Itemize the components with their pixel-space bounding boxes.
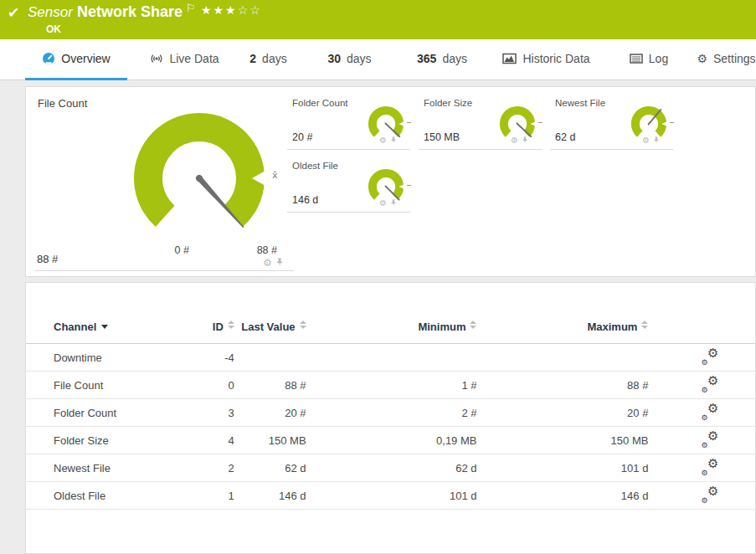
channel-settings-icon[interactable]: ⚙⚙ xyxy=(702,377,718,392)
table-row-file-count: File Count 0 88 # 1 # 88 # ⚙⚙ xyxy=(26,372,755,399)
file-count-gauge xyxy=(128,107,270,249)
channel-gear-icon[interactable]: ⚙ xyxy=(263,258,272,268)
channel-minimum: 62 d xyxy=(306,454,477,482)
table-row-downtime: Downtime -4 ⚙⚙ xyxy=(26,344,755,372)
tab-365-days[interactable]: 365 days xyxy=(400,39,484,78)
mean-tick xyxy=(407,185,411,186)
tab-overview[interactable]: Overview xyxy=(25,39,127,78)
flag-icon[interactable]: ⚐ xyxy=(186,2,196,14)
channel-name[interactable]: Newest File xyxy=(26,454,195,482)
tab-bar: Overview Live Data 2 days 30 days 365 da… xyxy=(0,39,756,80)
pin-icon[interactable] xyxy=(522,136,528,145)
sort-desc-icon xyxy=(101,325,108,329)
gauge-max-label: 88 # xyxy=(231,244,277,256)
channel-settings-icon[interactable]: ⚙⚙ xyxy=(702,487,718,502)
channel-settings-icon[interactable]: ⚙⚙ xyxy=(702,459,718,474)
channel-name[interactable]: Folder Count xyxy=(26,399,195,427)
pin-icon[interactable] xyxy=(390,198,397,208)
channel-minimum xyxy=(306,344,477,372)
channel-gear-icon[interactable]: ⚙ xyxy=(379,199,387,208)
channel-last-value: 146 d xyxy=(234,482,306,510)
channel-id: 1 xyxy=(195,482,234,510)
gauges-panel: File Count x̄ 0 # 88 # 88 # ⚙ xyxy=(25,86,756,277)
channel-last-value: 62 d xyxy=(234,454,306,482)
gauge-title: Newest File xyxy=(555,98,605,108)
gauge-title: Oldest File xyxy=(292,161,338,171)
tab-number: 365 xyxy=(417,52,436,65)
tab-label: Settings xyxy=(713,52,756,65)
gauge-block-oldest-file[interactable]: Oldest File 146 d ⚙ xyxy=(285,150,417,213)
prtg-sensor-page: ✔ Sensor Network Share ⚐ ★★★☆☆ OK Overvi… xyxy=(0,0,756,554)
column-header-last-value[interactable]: Last Value xyxy=(234,321,306,344)
live-data-icon xyxy=(150,52,163,65)
object-kind-label: Sensor xyxy=(28,4,73,21)
gauge-block-folder-count[interactable]: Folder Count 20 # ⚙ xyxy=(285,87,417,150)
priority-stars[interactable]: ★★★☆☆ xyxy=(201,3,262,17)
channel-maximum xyxy=(476,344,648,372)
channel-gear-icon[interactable]: ⚙ xyxy=(642,136,650,145)
channel-last-value: 88 # xyxy=(234,372,306,399)
historic-chart-icon xyxy=(502,52,517,65)
channel-name[interactable]: Downtime xyxy=(26,344,195,372)
column-header-maximum[interactable]: Maximum xyxy=(476,321,648,344)
tab-label: Historic Data xyxy=(522,52,589,65)
gauge-block-file-count[interactable]: File Count x̄ 0 # 88 # 88 # ⚙ xyxy=(26,87,285,273)
table-row-folder-size: Folder Size 4 150 MB 0,19 MB 150 MB ⚙⚙ xyxy=(26,427,755,454)
gauge-current-value: 150 MB xyxy=(424,131,460,143)
column-header-channel[interactable]: Channel xyxy=(26,321,195,344)
tab-live-data[interactable]: Live Data xyxy=(141,39,229,78)
channel-minimum: 101 d xyxy=(306,482,477,510)
channel-id: 4 xyxy=(195,427,234,454)
channels-table: Channel ID Last Value Minimum Maximum xyxy=(26,321,755,510)
channel-gear-icon[interactable]: ⚙ xyxy=(511,136,518,145)
channel-minimum: 1 # xyxy=(306,372,477,399)
table-row-oldest-file: Oldest File 1 146 d 101 d 146 d ⚙⚙ xyxy=(26,482,755,510)
gauge-title: Folder Size xyxy=(424,98,472,108)
channel-minimum: 0,19 MB xyxy=(306,427,477,454)
gauge-min-label: 0 # xyxy=(143,244,189,256)
channel-minimum: 2 # xyxy=(306,399,477,427)
pin-icon[interactable] xyxy=(653,136,660,145)
mean-marker-label: x̄ xyxy=(272,170,278,181)
channel-settings-icon[interactable]: ⚙⚙ xyxy=(702,349,718,364)
tab-settings[interactable]: ⚙ Settings xyxy=(695,39,756,78)
pin-icon[interactable] xyxy=(390,136,397,145)
channel-settings-icon[interactable]: ⚙⚙ xyxy=(702,404,718,419)
channel-last-value: 150 MB xyxy=(234,427,306,454)
tab-label: days xyxy=(262,52,287,65)
table-row-newest-file: Newest File 2 62 d 62 d 101 d ⚙⚙ xyxy=(26,454,755,482)
mean-tick xyxy=(538,122,543,123)
tab-2-days[interactable]: 2 days xyxy=(237,39,300,78)
gauge-current-value: 20 # xyxy=(292,131,312,143)
log-icon xyxy=(630,52,643,65)
pin-icon[interactable] xyxy=(275,257,284,268)
channel-gear-icon[interactable]: ⚙ xyxy=(379,136,387,145)
tab-historic-data[interactable]: Historic Data xyxy=(498,39,594,78)
channel-id: 3 xyxy=(195,399,234,427)
tab-30-days[interactable]: 30 days xyxy=(314,39,385,78)
gauge-block-folder-size[interactable]: Folder Size 150 MB ⚙ xyxy=(417,87,548,150)
sort-icon xyxy=(641,321,648,329)
sort-icon xyxy=(300,321,306,329)
channel-name[interactable]: File Count xyxy=(26,372,195,399)
tab-label: Log xyxy=(649,52,668,65)
sensor-title: Network Share xyxy=(77,3,183,21)
column-header-id[interactable]: ID xyxy=(195,321,234,344)
gauge-current-value: 146 d xyxy=(292,194,318,206)
sort-icon xyxy=(228,321,234,329)
channel-name[interactable]: Oldest File xyxy=(26,482,195,510)
mean-tick xyxy=(407,122,411,123)
column-header-minimum[interactable]: Minimum xyxy=(306,321,477,344)
channel-settings-icon[interactable]: ⚙⚙ xyxy=(702,432,718,447)
tab-label: days xyxy=(442,52,467,65)
gauge-icon xyxy=(42,52,55,65)
tab-log[interactable]: Log xyxy=(624,39,674,78)
sort-icon xyxy=(470,321,476,329)
tab-label: days xyxy=(347,52,372,65)
channel-maximum: 150 MB xyxy=(476,427,648,454)
channel-name[interactable]: Folder Size xyxy=(26,427,195,454)
table-row-folder-count: Folder Count 3 20 # 2 # 20 # ⚙⚙ xyxy=(26,399,755,427)
channel-id: -4 xyxy=(195,344,234,372)
gauge-block-newest-file[interactable]: Newest File 62 d ⚙ xyxy=(548,87,680,150)
channel-maximum: 20 # xyxy=(476,399,648,427)
